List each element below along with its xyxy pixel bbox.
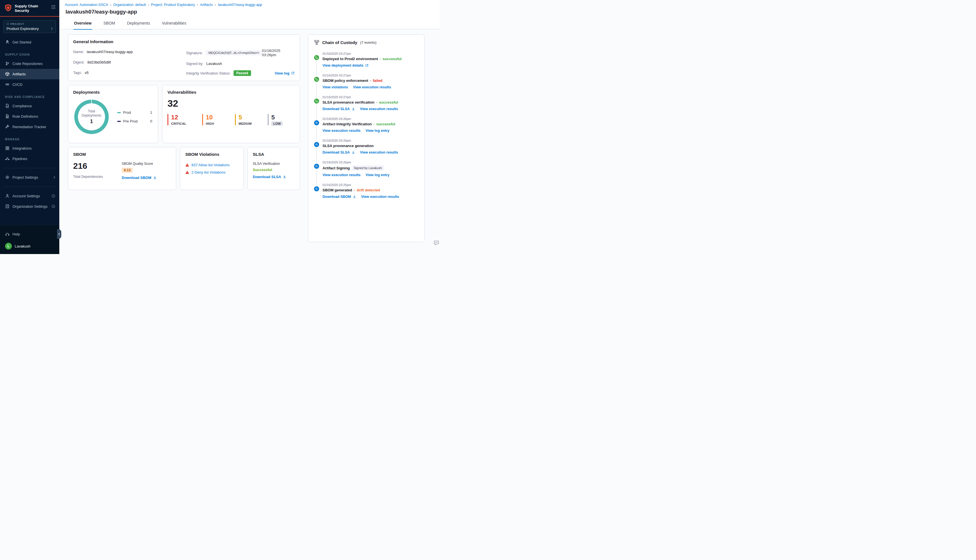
sidebar-item-rule-definitions[interactable]: Rule Definitions [0, 111, 59, 122]
download-icon [283, 175, 286, 179]
view-execution-results-link[interactable]: View execution results [361, 195, 399, 199]
signed-by-badge: Signed by Lavakush [352, 165, 384, 170]
chevron-left-icon [58, 233, 60, 236]
overview-left-column: General Information Name: lavakush07/eas… [68, 35, 300, 254]
tags-label: Tags: [73, 70, 82, 75]
deployments-card: Deployments Total Deployments 1 Prod 1 [68, 85, 158, 143]
download-sbom-link[interactable]: Download SBOM [122, 175, 169, 180]
project-selector-label: PROJECT [10, 23, 25, 25]
user-menu[interactable]: L Lavakush [0, 239, 59, 250]
view-execution-results-link[interactable]: View execution results [322, 129, 360, 133]
sidebar-item-help[interactable]: Help [0, 229, 59, 239]
external-link-icon [365, 64, 369, 67]
severity-label: CRITICAL [171, 122, 186, 125]
sidebar-item-remediation-tracker[interactable]: Remediation Tracker [0, 122, 59, 132]
event-timestamp: 01/16/2025 03:25pm [322, 183, 419, 187]
tab-overview[interactable]: Overview [73, 21, 92, 29]
avatar: L [5, 243, 12, 250]
tab-vulnerabilities[interactable]: Vulnerabilities [161, 21, 187, 29]
view-log-entry-link[interactable]: View log entry [366, 129, 390, 133]
sidebar-item-label: Help [12, 232, 20, 236]
view-log-entry-link[interactable]: View log entry [366, 173, 390, 177]
external-link-icon [291, 72, 295, 75]
app-title: Supply Chain Security [15, 4, 38, 13]
sidebar-item-label: Code Repositories [12, 62, 43, 66]
sidebar-item-pipelines[interactable]: Pipelines [0, 153, 59, 164]
view-execution-results-link[interactable]: View execution results [360, 107, 398, 111]
link-label: View execution results [360, 150, 398, 154]
breadcrumb-account[interactable]: Account: Automation-SSCA [65, 3, 108, 7]
event-separator: - [376, 100, 377, 105]
severity-label: HIGH [206, 122, 214, 125]
signed-by-label: Signed by: [186, 62, 204, 66]
event-title: SBOM generated [322, 188, 352, 192]
page-title: lavakush07/easy-buggy-app [59, 7, 439, 15]
legend-label: Prod [123, 110, 131, 115]
sidebar-item-integrations[interactable]: Integrations [0, 143, 59, 153]
download-slsa-link[interactable]: Download SLSA [253, 175, 286, 179]
event-status: drift detected [357, 188, 380, 192]
allow-list-violations-link[interactable]: 637 Allow list Violations [185, 163, 239, 167]
sidebar-item-artifacts[interactable]: Artifacts [0, 69, 59, 79]
breadcrumb-project[interactable]: Project: Product Exploratory [151, 3, 195, 7]
sidebar-collapse-button[interactable] [57, 229, 61, 239]
deny-list-violations-link[interactable]: 2 Deny list Violations [185, 170, 239, 175]
sidebar-item-code-repositories[interactable]: Code Repositories [0, 58, 59, 69]
breadcrumb-organization[interactable]: Organization: default [113, 3, 146, 7]
sidebar-item-cicd[interactable]: CI/CD [0, 79, 59, 90]
support-chat-button[interactable] [433, 240, 439, 246]
rocket-icon [5, 40, 10, 44]
download-slsa-link[interactable]: Download SLSA [322, 150, 355, 154]
view-deployment-details-link[interactable]: View deployment details [322, 63, 369, 67]
sidebar: Supply Chain Security PROJECT Product Ex… [0, 0, 59, 254]
tab-deployments[interactable]: Deployments [127, 21, 151, 29]
sidebar-item-organization-settings[interactable]: Organization Settings [0, 201, 59, 212]
event-title: SBOM policy enforcement [322, 78, 368, 83]
user-name: Lavakush [15, 244, 30, 248]
download-sbom-link[interactable]: Download SBOM [322, 195, 356, 199]
breadcrumb-artifacts[interactable]: Artifacts [200, 3, 213, 7]
severity-critical: 12 CRITICAL [167, 114, 186, 125]
sidebar-item-compliance[interactable]: Compliance [0, 101, 59, 111]
event-timestamp: 01/16/2025 03:26pm [322, 139, 419, 142]
legend-item-preprod: Pre Prod 0 [117, 119, 152, 123]
breadcrumb-current[interactable]: lavakush07/easy-buggy-app [218, 3, 262, 7]
custody-event-4: 01/16/2025 03:26pm Artifact Integrity Ve… [314, 117, 419, 133]
sidebar-item-get-started[interactable]: Get Started [0, 37, 59, 47]
account-icon [5, 193, 10, 198]
tab-sbom[interactable]: SBOM [103, 21, 115, 29]
cube-icon [5, 72, 10, 76]
view-log-link[interactable]: View log [275, 71, 295, 75]
breadcrumb-separator: › [215, 3, 216, 7]
sidebar-divider [3, 187, 56, 187]
download-slsa-link[interactable]: Download SLSA [322, 107, 355, 111]
event-title: Artifact Integrity Verification [322, 122, 372, 126]
link-label: Download SBOM [322, 195, 351, 199]
severity-breakdown: 12 CRITICAL 10 HIGH 5 MEDIUM 5 LOW [167, 114, 295, 125]
link-label: Download SLSA [322, 150, 350, 154]
main-content: General Information Name: lavakush07/eas… [59, 29, 439, 254]
severity-label: MEDIUM [239, 122, 252, 125]
link-label: Download SLSA [322, 107, 350, 111]
events-count: (7 events) [360, 40, 377, 45]
link-label: View execution results [353, 85, 391, 89]
view-violations-link[interactable]: View violations [322, 85, 348, 89]
severity-count: 5 [239, 114, 252, 121]
project-selector[interactable]: PROJECT Product Exploratory [3, 20, 56, 33]
view-execution-results-link[interactable]: View execution results [353, 85, 391, 89]
sidebar-item-project-settings[interactable]: Project Settings [0, 172, 59, 183]
link-label: View log entry [366, 129, 390, 133]
module-switcher-icon[interactable] [52, 5, 55, 9]
breadcrumb: Account: Automation-SSCA › Organization:… [59, 0, 439, 7]
digest-value: 8d23bd3b5d8f [87, 60, 111, 64]
view-execution-results-link[interactable]: View execution results [322, 173, 360, 177]
signature-date: 01/16/2025 03:26pm [262, 48, 295, 57]
sidebar-item-account-settings[interactable]: Account Settings [0, 191, 59, 201]
view-execution-results-link[interactable]: View execution results [360, 150, 398, 154]
severity-medium: 5 MEDIUM [235, 114, 252, 125]
scan-event-icon [314, 120, 319, 125]
card-title: SBOM Violations [185, 152, 239, 157]
sidebar-section-manage: MANAGE [0, 132, 59, 143]
sbom-total-block: 216 Total Dependencies [73, 162, 103, 180]
app-title-line2: Security [15, 8, 38, 13]
